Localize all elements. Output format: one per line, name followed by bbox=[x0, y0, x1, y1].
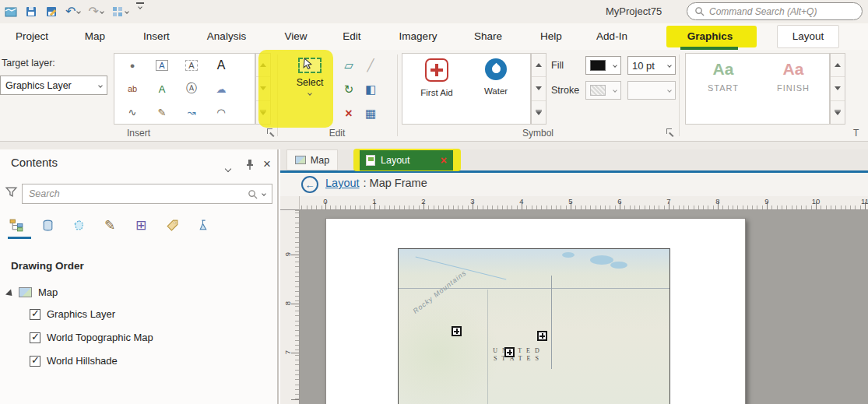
breadcrumb-layout-link[interactable]: Layout bbox=[325, 177, 360, 189]
tab-imagery[interactable]: Imagery bbox=[394, 23, 442, 50]
insert-dialog-launcher[interactable] bbox=[267, 128, 275, 136]
list-by-drawing-order-icon[interactable] bbox=[5, 215, 28, 235]
list-by-snapping-icon[interactable]: ⊞ bbox=[129, 215, 153, 235]
horizontal-ruler: 01234567891011 bbox=[300, 196, 868, 210]
insert-gallery-item[interactable]: A bbox=[159, 83, 166, 95]
first-aid-point-graphic[interactable] bbox=[452, 326, 462, 336]
gallery-scroll-up-button[interactable] bbox=[831, 54, 845, 77]
customize-quick-access-button[interactable] bbox=[136, 2, 144, 21]
tree-item-layer[interactable]: World Hillshade bbox=[30, 355, 118, 367]
text-style-start[interactable]: Aa START bbox=[691, 60, 756, 119]
gallery-more-icon bbox=[835, 110, 841, 111]
stroke-width-dropdown[interactable] bbox=[627, 81, 676, 100]
ruler-number: 3 bbox=[470, 197, 474, 206]
command-search[interactable] bbox=[687, 2, 863, 20]
insert-gallery-item[interactable]: A bbox=[185, 60, 197, 71]
symbol-water-item[interactable]: Water bbox=[468, 58, 524, 121]
insert-gallery-item[interactable]: A bbox=[217, 58, 226, 72]
add-data-button[interactable] bbox=[111, 2, 128, 21]
symbol-first-aid-item[interactable]: First Aid bbox=[409, 58, 465, 121]
tab-analysis[interactable]: Analysis bbox=[201, 23, 252, 50]
view-tab-map[interactable]: Map bbox=[286, 149, 338, 170]
list-by-data-source-icon[interactable] bbox=[36, 215, 59, 235]
redo-button[interactable]: ↷ bbox=[88, 2, 103, 21]
list-by-charts-icon[interactable] bbox=[192, 215, 215, 235]
insert-gallery-item[interactable]: ◠ bbox=[216, 107, 225, 118]
layer-visibility-checkbox[interactable] bbox=[30, 332, 40, 343]
insert-gallery-item[interactable]: ∿ bbox=[128, 107, 137, 118]
tab-share[interactable]: Share bbox=[469, 23, 508, 50]
close-pane-icon[interactable]: × bbox=[263, 156, 271, 172]
insert-gallery-item[interactable]: ● bbox=[130, 61, 135, 70]
tree-expander-icon[interactable] bbox=[5, 289, 15, 298]
save-as-button[interactable] bbox=[45, 2, 58, 21]
layer-visibility-checkbox[interactable] bbox=[30, 356, 40, 367]
search-options-chevron[interactable] bbox=[262, 191, 266, 196]
tree-item-layer[interactable]: Graphics Layer bbox=[30, 308, 115, 320]
tree-item-layer[interactable]: World Topographic Map bbox=[30, 332, 153, 343]
select-dropdown-chevron[interactable] bbox=[307, 91, 312, 96]
back-button[interactable]: ← bbox=[301, 176, 318, 193]
first-aid-point-graphic[interactable] bbox=[537, 331, 547, 341]
edit-tool-icon[interactable]: ▱ bbox=[344, 58, 353, 72]
select-button[interactable]: Select bbox=[290, 51, 330, 126]
insert-gallery-item[interactable]: ☁ bbox=[216, 83, 227, 95]
tab-layout-contextual[interactable]: Layout bbox=[777, 25, 839, 48]
edit-tool-icon[interactable]: ◧ bbox=[365, 83, 376, 97]
view-tab-layout[interactable]: Layout × bbox=[360, 150, 453, 170]
save-button[interactable] bbox=[25, 2, 37, 21]
gallery-scroll-down-button[interactable] bbox=[831, 77, 845, 100]
close-tab-icon[interactable]: × bbox=[441, 155, 447, 166]
gallery-expand-button[interactable] bbox=[831, 101, 845, 124]
layout-page[interactable]: Rocky Mountains U N I T E D S T A T E S bbox=[325, 218, 746, 404]
tab-add-in[interactable]: Add-In bbox=[590, 23, 634, 50]
vertical-ruler: 987 bbox=[280, 210, 300, 404]
stroke-color-picker[interactable] bbox=[585, 81, 621, 100]
edit-tool-icon[interactable]: × bbox=[345, 107, 352, 121]
list-by-editing-icon[interactable]: ✎ bbox=[98, 215, 121, 235]
tab-view[interactable]: View bbox=[279, 23, 313, 50]
gallery-scroll-down-button[interactable] bbox=[532, 77, 546, 100]
insert-gallery-grid: ●AAAabAⒶ☁∿✎↝◠ bbox=[114, 53, 255, 125]
pin-icon[interactable] bbox=[244, 158, 255, 173]
tree-item-map[interactable]: Map bbox=[19, 286, 58, 298]
ruler-number: 7 bbox=[666, 197, 670, 206]
add-data-dropdown-chevron[interactable] bbox=[125, 9, 129, 14]
insert-gallery-item[interactable]: Ⓐ bbox=[186, 82, 197, 96]
fill-color-picker[interactable] bbox=[585, 56, 621, 75]
edit-tool-icon[interactable]: ▦ bbox=[365, 107, 376, 121]
list-by-labeling-icon[interactable] bbox=[160, 215, 184, 235]
edit-tool-icon[interactable]: ╱ bbox=[367, 58, 374, 72]
insert-gallery-item[interactable]: ✎ bbox=[158, 107, 167, 118]
undo-dropdown-chevron[interactable] bbox=[77, 9, 82, 14]
symbol-size-dropdown[interactable]: 10 pt bbox=[627, 56, 676, 75]
target-layer-dropdown[interactable]: Graphics Layer bbox=[0, 76, 107, 95]
gallery-expand-button[interactable] bbox=[532, 101, 546, 124]
tab-help[interactable]: Help bbox=[534, 23, 568, 50]
undo-button[interactable]: ↶ bbox=[65, 2, 80, 21]
first-aid-point-graphic[interactable] bbox=[504, 347, 515, 357]
filter-icon[interactable] bbox=[5, 185, 18, 201]
tab-insert[interactable]: Insert bbox=[137, 23, 176, 50]
contents-search-input[interactable] bbox=[29, 188, 243, 199]
text-style-finish[interactable]: Aa FINISH bbox=[761, 60, 826, 119]
tab-graphics[interactable]: Graphics bbox=[679, 23, 741, 50]
edit-tool-icon[interactable]: ↻ bbox=[344, 83, 354, 97]
command-search-input[interactable] bbox=[709, 6, 855, 17]
insert-gallery-item[interactable]: ab bbox=[128, 84, 137, 93]
tab-edit[interactable]: Edit bbox=[336, 23, 367, 50]
map-frame[interactable]: Rocky Mountains U N I T E D S T A T E S bbox=[398, 248, 670, 404]
gallery-scroll-up-button[interactable] bbox=[532, 54, 546, 77]
tab-project[interactable]: Project bbox=[8, 23, 56, 50]
contents-search[interactable] bbox=[22, 184, 272, 204]
layer-visibility-checkbox[interactable] bbox=[30, 309, 40, 320]
pane-menu-chevron[interactable] bbox=[226, 162, 230, 174]
map-icon[interactable] bbox=[5, 2, 17, 21]
redo-dropdown-chevron[interactable] bbox=[100, 9, 104, 14]
tab-map[interactable]: Map bbox=[78, 23, 112, 50]
layout-canvas[interactable]: Rocky Mountains U N I T E D S T A T E S bbox=[300, 210, 868, 404]
insert-gallery-item[interactable]: ↝ bbox=[188, 107, 196, 118]
insert-gallery-item[interactable]: A bbox=[156, 60, 167, 71]
list-by-selection-icon[interactable] bbox=[67, 215, 90, 235]
symbol-dialog-launcher[interactable] bbox=[666, 128, 674, 136]
